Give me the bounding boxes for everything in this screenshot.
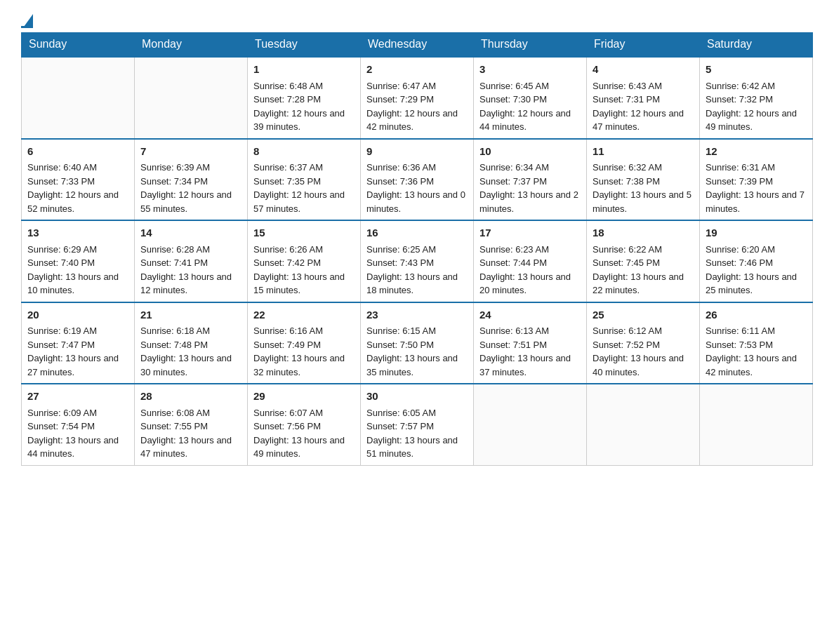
daylight-text: Daylight: 12 hours and 39 minutes.	[253, 107, 355, 134]
sunrise-text: Sunrise: 6:36 AM	[366, 161, 468, 175]
sunrise-text: Sunrise: 6:29 AM	[27, 243, 128, 257]
sunset-text: Sunset: 7:41 PM	[140, 256, 241, 270]
day-number: 4	[593, 62, 694, 78]
daylight-text: Daylight: 12 hours and 44 minutes.	[479, 107, 581, 134]
day-number: 17	[479, 225, 581, 241]
calendar-cell: 15Sunrise: 6:26 AMSunset: 7:42 PMDayligh…	[248, 220, 361, 302]
sunset-text: Sunset: 7:42 PM	[253, 256, 355, 270]
sunset-text: Sunset: 7:44 PM	[479, 256, 581, 270]
sunset-text: Sunset: 7:28 PM	[253, 93, 355, 107]
daylight-text: Daylight: 13 hours and 20 minutes.	[479, 270, 581, 297]
calendar-cell: 24Sunrise: 6:13 AMSunset: 7:51 PMDayligh…	[474, 302, 587, 384]
sunset-text: Sunset: 7:38 PM	[593, 175, 694, 189]
daylight-text: Daylight: 12 hours and 49 minutes.	[706, 107, 807, 134]
sunrise-text: Sunrise: 6:32 AM	[593, 161, 694, 175]
sunset-text: Sunset: 7:51 PM	[479, 338, 581, 352]
sunset-text: Sunset: 7:40 PM	[27, 256, 128, 270]
daylight-text: Daylight: 13 hours and 32 minutes.	[253, 351, 355, 379]
daylight-text: Daylight: 13 hours and 5 minutes.	[593, 188, 694, 215]
calendar-cell: 17Sunrise: 6:23 AMSunset: 7:44 PMDayligh…	[474, 220, 587, 302]
sunrise-text: Sunrise: 6:19 AM	[27, 324, 128, 338]
daylight-text: Daylight: 13 hours and 51 minutes.	[366, 434, 468, 461]
sunrise-text: Sunrise: 6:23 AM	[479, 243, 581, 257]
sunrise-text: Sunrise: 6:11 AM	[706, 324, 807, 338]
sunrise-text: Sunrise: 6:43 AM	[593, 79, 694, 93]
calendar-cell: 19Sunrise: 6:20 AMSunset: 7:46 PMDayligh…	[700, 220, 813, 302]
calendar-cell: 22Sunrise: 6:16 AMSunset: 7:49 PMDayligh…	[248, 302, 361, 384]
day-number: 2	[366, 62, 468, 78]
sunrise-text: Sunrise: 6:12 AM	[593, 324, 694, 338]
sunrise-text: Sunrise: 6:08 AM	[140, 406, 241, 420]
daylight-text: Daylight: 13 hours and 40 minutes.	[593, 351, 694, 379]
sunset-text: Sunset: 7:53 PM	[706, 338, 807, 352]
daylight-text: Daylight: 13 hours and 27 minutes.	[27, 351, 128, 379]
calendar-cell	[474, 384, 587, 465]
calendar-cell: 27Sunrise: 6:09 AMSunset: 7:54 PMDayligh…	[22, 384, 135, 465]
day-number: 9	[366, 144, 468, 160]
day-number: 1	[253, 62, 355, 78]
page-header	[21, 14, 813, 25]
day-number: 29	[253, 389, 355, 405]
calendar-header-row: SundayMondayTuesdayWednesdayThursdayFrid…	[22, 32, 813, 57]
calendar-table: SundayMondayTuesdayWednesdayThursdayFrid…	[21, 32, 813, 466]
weekday-header: Thursday	[474, 32, 587, 57]
calendar-cell: 12Sunrise: 6:31 AMSunset: 7:39 PMDayligh…	[700, 139, 813, 221]
calendar-cell: 13Sunrise: 6:29 AMSunset: 7:40 PMDayligh…	[22, 220, 135, 302]
day-number: 24	[479, 307, 581, 323]
calendar-week-row: 20Sunrise: 6:19 AMSunset: 7:47 PMDayligh…	[22, 302, 813, 384]
daylight-text: Daylight: 13 hours and 30 minutes.	[140, 351, 241, 379]
calendar-cell: 6Sunrise: 6:40 AMSunset: 7:33 PMDaylight…	[22, 139, 135, 221]
calendar-week-row: 1Sunrise: 6:48 AMSunset: 7:28 PMDaylight…	[22, 57, 813, 139]
day-number: 22	[253, 307, 355, 323]
calendar-cell: 18Sunrise: 6:22 AMSunset: 7:45 PMDayligh…	[587, 220, 700, 302]
sunset-text: Sunset: 7:50 PM	[366, 338, 468, 352]
daylight-text: Daylight: 13 hours and 42 minutes.	[706, 351, 807, 379]
sunrise-text: Sunrise: 6:09 AM	[27, 406, 128, 420]
logo-underline	[21, 26, 33, 28]
sunrise-text: Sunrise: 6:34 AM	[479, 161, 581, 175]
daylight-text: Daylight: 12 hours and 57 minutes.	[253, 188, 355, 215]
calendar-cell: 3Sunrise: 6:45 AMSunset: 7:30 PMDaylight…	[474, 57, 587, 139]
calendar-cell: 28Sunrise: 6:08 AMSunset: 7:55 PMDayligh…	[135, 384, 248, 465]
calendar-week-row: 27Sunrise: 6:09 AMSunset: 7:54 PMDayligh…	[22, 384, 813, 465]
daylight-text: Daylight: 13 hours and 18 minutes.	[366, 270, 468, 297]
sunrise-text: Sunrise: 6:42 AM	[706, 79, 807, 93]
daylight-text: Daylight: 12 hours and 47 minutes.	[593, 107, 694, 134]
sunrise-text: Sunrise: 6:47 AM	[366, 79, 468, 93]
sunrise-text: Sunrise: 6:05 AM	[366, 406, 468, 420]
daylight-text: Daylight: 13 hours and 2 minutes.	[479, 188, 581, 215]
sunrise-text: Sunrise: 6:15 AM	[366, 324, 468, 338]
day-number: 23	[366, 307, 468, 323]
sunset-text: Sunset: 7:46 PM	[706, 256, 807, 270]
calendar-cell: 11Sunrise: 6:32 AMSunset: 7:38 PMDayligh…	[587, 139, 700, 221]
day-number: 16	[366, 225, 468, 241]
sunrise-text: Sunrise: 6:18 AM	[140, 324, 241, 338]
daylight-text: Daylight: 13 hours and 47 minutes.	[140, 434, 241, 461]
daylight-text: Daylight: 13 hours and 37 minutes.	[479, 351, 581, 379]
calendar-cell	[700, 384, 813, 465]
day-number: 12	[706, 144, 807, 160]
sunset-text: Sunset: 7:34 PM	[140, 175, 241, 189]
day-number: 5	[706, 62, 807, 78]
calendar-cell: 26Sunrise: 6:11 AMSunset: 7:53 PMDayligh…	[700, 302, 813, 384]
daylight-text: Daylight: 13 hours and 44 minutes.	[27, 434, 128, 461]
daylight-text: Daylight: 12 hours and 42 minutes.	[366, 107, 468, 134]
calendar-cell: 9Sunrise: 6:36 AMSunset: 7:36 PMDaylight…	[361, 139, 474, 221]
calendar-week-row: 6Sunrise: 6:40 AMSunset: 7:33 PMDaylight…	[22, 139, 813, 221]
calendar-week-row: 13Sunrise: 6:29 AMSunset: 7:40 PMDayligh…	[22, 220, 813, 302]
calendar-cell: 29Sunrise: 6:07 AMSunset: 7:56 PMDayligh…	[248, 384, 361, 465]
calendar-cell: 30Sunrise: 6:05 AMSunset: 7:57 PMDayligh…	[361, 384, 474, 465]
daylight-text: Daylight: 13 hours and 15 minutes.	[253, 270, 355, 297]
day-number: 27	[27, 389, 128, 405]
sunrise-text: Sunrise: 6:25 AM	[366, 243, 468, 257]
daylight-text: Daylight: 13 hours and 35 minutes.	[366, 351, 468, 379]
sunrise-text: Sunrise: 6:45 AM	[479, 79, 581, 93]
sunrise-text: Sunrise: 6:07 AM	[253, 406, 355, 420]
weekday-header: Sunday	[22, 32, 135, 57]
sunset-text: Sunset: 7:29 PM	[366, 93, 468, 107]
sunset-text: Sunset: 7:49 PM	[253, 338, 355, 352]
calendar-cell: 2Sunrise: 6:47 AMSunset: 7:29 PMDaylight…	[361, 57, 474, 139]
day-number: 15	[253, 225, 355, 241]
weekday-header: Friday	[587, 32, 700, 57]
daylight-text: Daylight: 13 hours and 25 minutes.	[706, 270, 807, 297]
